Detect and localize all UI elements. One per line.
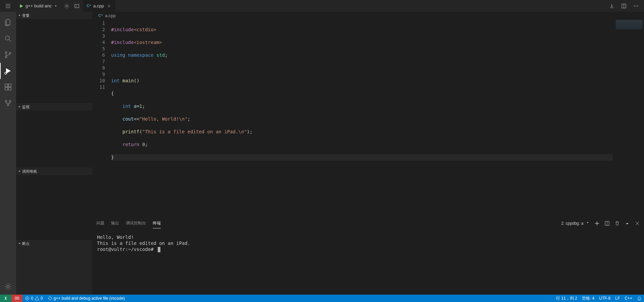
callstack-header[interactable]: 调用堆栈 [16,168,92,175]
svg-point-20 [7,286,9,288]
remote-explorer-button[interactable] [0,95,16,111]
explorer-button[interactable] [0,14,16,31]
code-area[interactable]: #include<cstdio> #include<iostream> usin… [111,19,612,217]
debug-icon [4,67,12,75]
svg-point-5 [636,5,636,6]
svg-rect-16 [8,84,11,87]
remote-icon [3,296,8,301]
breadcrumb-label: a.cpp [105,13,116,18]
svg-point-9 [5,52,7,53]
line-number-gutter: 1234567891011 [92,19,111,217]
breakpoints-label: 断点 [22,241,30,246]
status-bar: 00 0 0 g++ build and debug active file (… [0,295,644,302]
play-icon [19,4,23,8]
activity-bar [0,12,16,295]
split-icon [621,3,627,9]
terminal-cursor [158,247,160,252]
svg-point-7 [5,36,9,40]
status-debug-task[interactable]: g++ build and debug active file (vscode) [45,295,127,302]
status-feedback[interactable] [635,295,644,302]
status-problems[interactable]: 0 0 [22,295,45,302]
search-button[interactable] [0,31,16,47]
close-panel-button[interactable] [635,221,640,226]
manage-button[interactable] [0,278,16,295]
ellipsis-icon [633,3,639,9]
variables-body[interactable] [16,19,92,103]
watch-label: 监视 [22,104,30,110]
extensions-button[interactable] [0,79,16,95]
files-icon [4,18,12,27]
tab-a-cpp[interactable]: C⁺ a.cpp [83,0,116,12]
download-icon [609,3,614,9]
run-config-selector[interactable]: g++ build anc [16,0,60,12]
split-editor-button[interactable] [619,1,629,11]
status-encoding[interactable]: UTF-8 [597,295,613,302]
hamburger-icon [5,3,11,9]
svg-rect-15 [8,87,11,90]
more-actions-button[interactable] [631,1,641,11]
chevron-down-icon [17,242,21,246]
run-config-label: g++ build anc [26,3,52,8]
status-language[interactable]: C++ [622,295,635,302]
cpp-file-icon: C⁺ [98,13,103,18]
chevron-down-icon [17,105,21,109]
status-cursor-position[interactable]: 行 11，列 2 [554,295,580,302]
debug-alt-icon [48,296,52,301]
status-indentation[interactable]: 空格: 4 [580,295,597,302]
new-terminal-button[interactable] [594,221,600,226]
watch-body[interactable] [16,111,92,168]
svg-point-24 [48,297,51,300]
minimap-thumb [616,20,643,29]
variables-header[interactable]: 变量 [16,12,92,19]
status-eol[interactable]: LF [613,295,622,302]
kill-terminal-button[interactable] [614,221,620,226]
app-menu-button[interactable] [0,0,16,12]
debug-console-icon [74,3,80,9]
watch-header[interactable]: 监视 [16,103,92,111]
svg-point-11 [9,52,11,54]
remote-icon [4,99,12,107]
debug-console-button[interactable] [72,2,81,10]
title-bar: g++ build anc C⁺ a.cpp [0,0,644,12]
minimap[interactable] [612,19,644,217]
panel-tab-output[interactable]: 输出 [111,218,119,228]
remote-indicator[interactable] [0,295,11,302]
chevron-up-icon [625,221,630,226]
terminal-line: This is a file edited on an iPad. [97,241,190,246]
breadcrumb[interactable]: C⁺ a.cpp [92,12,644,19]
run-debug-button[interactable] [0,63,16,79]
settings-gear-button[interactable] [62,2,71,10]
svg-rect-14 [5,87,8,90]
panel-tab-terminal[interactable]: 终端 [153,218,161,228]
panel-tab-problems[interactable]: 问题 [96,218,104,228]
svg-point-19 [7,104,9,106]
tab-close-button[interactable] [106,4,112,8]
error-icon [25,296,30,301]
bottom-panel: 问题 输出 调试控制台 终端 2: cppdbg: a Hello, World… [92,217,644,295]
svg-point-18 [9,100,11,102]
status-redacted[interactable]: 00 [11,295,22,302]
close-icon [635,221,640,226]
split-terminal-button[interactable] [604,221,610,226]
terminal-prompt: root@vultr:~/vscode# [97,247,156,252]
editor[interactable]: 1234567891011 #include<cstdio> #include<… [92,19,644,217]
gear-icon [64,3,69,9]
panel-tab-debug-console[interactable]: 调试控制台 [126,218,146,228]
svg-line-8 [9,40,11,42]
download-button[interactable] [607,1,616,11]
close-icon [107,4,111,8]
breakpoints-header[interactable]: 断点 [16,240,92,247]
svg-point-10 [5,56,7,58]
terminal[interactable]: Hello, World! This is a file edited on a… [92,229,644,295]
source-control-button[interactable] [0,47,16,63]
svg-rect-13 [5,84,8,87]
callstack-body[interactable] [16,175,92,240]
bell-icon [637,296,642,301]
terminal-line: Hello, World! [97,234,134,240]
warning-icon [35,296,39,301]
svg-point-6 [637,5,638,6]
maximize-panel-button[interactable] [625,221,630,226]
split-icon [604,221,610,226]
cpp-file-icon: C⁺ [87,4,91,8]
terminal-selector[interactable]: 2: cppdbg: a [561,221,590,226]
